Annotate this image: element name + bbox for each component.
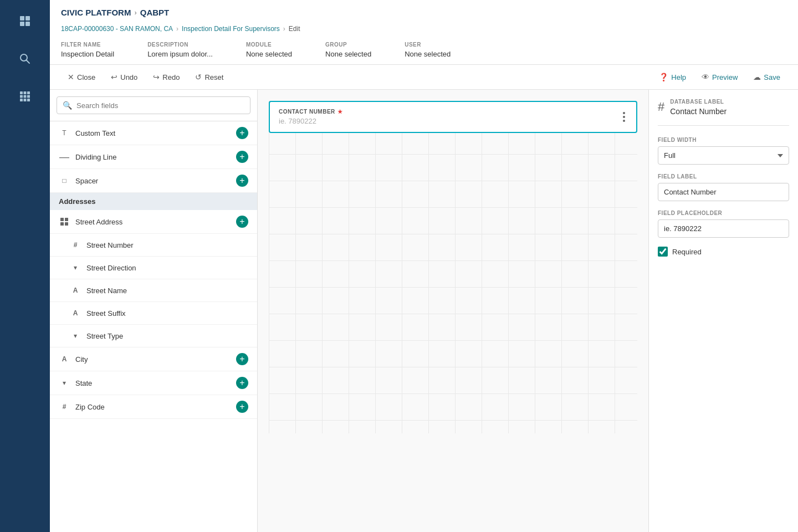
description-value: Lorem ipsum dolor... [147,50,213,58]
reset-button[interactable]: ↺ Reset [188,69,230,85]
required-checkbox[interactable] [658,247,668,257]
redo-button[interactable]: ↪ Redo [146,69,186,85]
add-custom-text-button[interactable]: + [236,127,248,139]
undo-button[interactable]: ↩ Undo [104,69,144,85]
street-name-icon: A [70,285,81,296]
field-item-street-name[interactable]: A Street Name [50,279,257,302]
canvas-field-card[interactable]: CONTACT NUMBER ★ ie. 7890222 [269,101,637,133]
field-item-street-direction[interactable]: ▾ Street Direction [50,257,257,279]
field-item-city[interactable]: A City + [50,347,257,371]
preview-icon: 👁 [702,73,709,81]
field-label-state: State [75,379,236,387]
user-label: USER [405,42,451,48]
field-width-select[interactable]: Full Half Quarter [658,146,789,165]
module-label: MODULE [246,42,292,48]
svg-rect-10 [24,95,27,98]
close-button[interactable]: ✕ Close [61,69,102,85]
preview-button[interactable]: 👁 Preview [695,69,744,85]
canvas-field-placeholder: ie. 7890222 [279,117,621,125]
meta-module: MODULE None selected [246,42,292,59]
main-content: CIVIC PLATFORM › QABPT 18CAP-00000630 - … [50,0,798,532]
nav-grid-icon[interactable] [13,9,37,33]
breadcrumb: CIVIC PLATFORM › QABPT [61,8,787,17]
svg-rect-7 [24,91,27,94]
custom-text-icon: T [59,127,70,139]
help-button[interactable]: ❓ Help [652,69,693,85]
add-zip-code-button[interactable]: + [236,401,248,413]
field-label-street-suffix: Street Suffix [86,309,126,318]
dividing-line-icon: — [59,151,70,162]
zip-code-icon: # [59,401,70,412]
page-link[interactable]: Inspection Detail For Supervisors [182,25,280,33]
sub-breadcrumb: 18CAP-00000630 - SAN RAMON, CA › Inspect… [61,25,787,33]
db-label-value: Contact Number [670,107,727,116]
field-item-dividing-line[interactable]: — Dividing Line + [50,145,257,169]
nav-search-icon[interactable] [13,47,37,71]
svg-rect-12 [20,99,23,101]
field-item-custom-text[interactable]: T Custom Text + [50,121,257,145]
field-item-street-number[interactable]: # Street Number [50,234,257,257]
field-label-street-type: Street Type [86,332,123,340]
right-panel: # DATABASE LABEL Contact Number FIELD WI… [648,90,798,532]
field-item-spacer[interactable]: □ Spacer + [50,169,257,193]
db-label-text: DATABASE LABEL Contact Number [670,99,727,116]
record-link[interactable]: 18CAP-00000630 - SAN RAMON, CA [61,25,173,33]
street-direction-icon: ▾ [70,262,81,273]
add-street-address-button[interactable]: + [236,216,248,228]
svg-rect-0 [20,16,24,21]
spacer-icon: □ [59,175,70,186]
fields-panel: 🔍 T Custom Text + — Dividing Line + [50,90,258,532]
required-star: ★ [337,109,343,115]
svg-rect-14 [27,99,30,101]
svg-rect-3 [25,22,30,26]
canvas-grid: CONTACT NUMBER ★ ie. 7890222 [269,101,637,433]
menu-dot-1 [623,112,625,114]
nav-apps-icon[interactable] [13,84,37,109]
svg-rect-6 [20,91,23,94]
field-label-group: FIELD LABEL [658,173,789,201]
save-button[interactable]: ☁ Save [746,69,787,85]
field-label-input[interactable] [658,183,789,201]
field-item-state[interactable]: ▾ State + [50,371,257,395]
canvas-field-label: CONTACT NUMBER ★ [279,109,621,115]
field-width-group: FIELD WIDTH Full Half Quarter [658,137,789,165]
street-suffix-icon: A [70,308,81,319]
field-label-spacer: Spacer [75,177,236,185]
group-label: GROUP [325,42,371,48]
svg-rect-13 [24,99,27,101]
add-dividing-line-button[interactable]: + [236,151,248,163]
add-state-button[interactable]: + [236,377,248,389]
platform-name: CIVIC PLATFORM [61,8,131,17]
add-spacer-button[interactable]: + [236,175,248,187]
toolbar: ✕ Close ↩ Undo ↪ Redo ↺ Reset ❓ Help 👁 P… [50,65,798,90]
svg-rect-15 [60,218,64,221]
menu-dot-2 [623,116,625,118]
svg-rect-8 [27,91,30,94]
canvas-area: CONTACT NUMBER ★ ie. 7890222 [258,90,648,532]
canvas-field-menu[interactable] [621,110,627,124]
addresses-section-header: Addresses [50,193,257,210]
field-item-street-type[interactable]: ▾ Street Type [50,325,257,347]
db-label-title: DATABASE LABEL [670,99,727,105]
field-label-custom-text: Custom Text [75,129,236,137]
svg-rect-11 [27,95,30,98]
svg-rect-18 [65,222,68,226]
search-box-inner: 🔍 [57,96,250,114]
field-item-zip-code[interactable]: # Zip Code + [50,395,257,419]
help-icon: ❓ [659,73,668,81]
toolbar-right: ❓ Help 👁 Preview ☁ Save [652,69,787,85]
filter-name-value: Inspection Detail [61,50,114,58]
top-header: CIVIC PLATFORM › QABPT 18CAP-00000630 - … [50,0,798,65]
reset-icon: ↺ [195,73,202,81]
street-address-icon [59,216,70,227]
svg-rect-17 [60,222,64,226]
field-placeholder-input[interactable] [658,219,789,238]
field-item-street-suffix[interactable]: A Street Suffix [50,302,257,325]
work-area: 🔍 T Custom Text + — Dividing Line + [50,90,798,532]
field-item-street-address[interactable]: Street Address + [50,210,257,234]
fields-list: T Custom Text + — Dividing Line + □ Spac… [50,121,257,532]
description-label: DESCRIPTION [147,42,213,48]
add-city-button[interactable]: + [236,353,248,365]
search-input[interactable] [76,101,244,110]
field-placeholder-title: FIELD PLACEHOLDER [658,210,789,216]
